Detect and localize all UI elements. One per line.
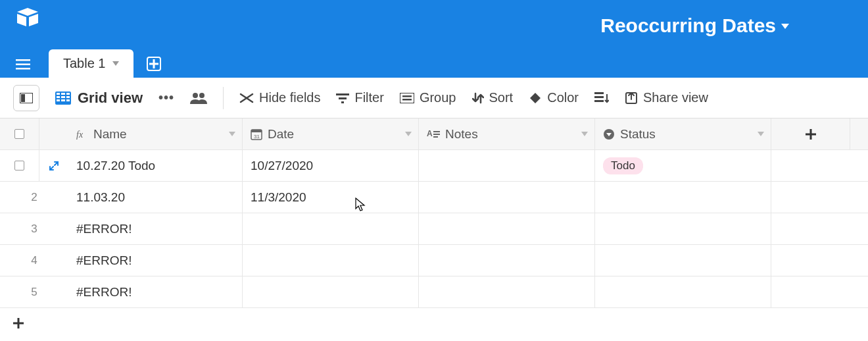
base-name[interactable]: Reoccurring Dates [600,14,776,37]
svg-rect-25 [402,99,412,101]
cell-notes[interactable] [419,213,595,244]
table-row[interactable]: 4 #ERROR! [0,245,868,276]
share-view-button[interactable]: Share view [625,90,708,105]
cell-name[interactable]: 11.03.20 [68,182,243,213]
cell-value: 11.03.20 [76,190,125,205]
base-name-dropdown-icon[interactable] [781,24,789,29]
row-number[interactable]: 3 [0,213,68,244]
table-row[interactable]: 3 #ERROR! [0,213,868,245]
svg-marker-7 [112,61,119,66]
status-tag: Todo [603,157,643,174]
grid-view-icon [55,92,71,105]
column-header-date[interactable]: 31 Date [243,118,419,149]
cell-notes[interactable] [419,182,595,213]
column-header-name[interactable]: fx Name [68,118,243,149]
table-row[interactable]: 10.27.20 Todo 10/27/2020 Todo [0,150,868,182]
view-name-button[interactable]: Grid view [55,90,143,107]
share-icon [625,92,638,105]
tab-table-1[interactable]: Table 1 [49,49,133,78]
table-tab-bar: Table 1 [0,47,868,78]
table-row[interactable]: 5 #ERROR! [0,276,868,308]
cell-name[interactable]: 10.27.20 Todo [68,150,243,181]
svg-rect-45 [806,133,816,135]
column-dropdown-icon[interactable] [758,132,764,136]
cell-date[interactable] [243,245,419,276]
hamburger-menu-icon[interactable] [16,59,30,70]
svg-rect-15 [57,99,70,101]
svg-rect-13 [57,93,70,95]
svg-rect-4 [16,59,30,61]
cell-status[interactable]: Todo [595,150,771,181]
cell-status[interactable] [595,245,771,276]
toolbar-separator [223,87,224,109]
svg-point-18 [193,93,198,98]
cell-status[interactable] [595,276,771,307]
row-height-button[interactable] [594,92,609,104]
svg-rect-21 [339,97,347,99]
cell-status[interactable] [595,213,771,244]
svg-text:fx: fx [76,130,84,140]
select-all-cell[interactable] [0,118,39,149]
expand-icon [49,161,59,171]
row-number[interactable]: 4 [0,245,68,276]
expand-record-button[interactable] [39,150,68,181]
date-field-icon: 31 [251,128,262,140]
cell-notes[interactable] [419,150,595,181]
cell-name[interactable]: #ERROR! [68,213,243,244]
svg-rect-27 [594,96,604,98]
svg-rect-47 [13,323,24,325]
column-header-status[interactable]: Status [595,118,771,149]
color-button[interactable]: Color [529,90,579,105]
cell-notes[interactable] [419,245,595,276]
svg-rect-38 [433,134,440,135]
app-header: Reoccurring Dates [0,0,868,47]
row-select-cell[interactable] [0,150,39,181]
svg-rect-16 [60,93,61,103]
toggle-sidebar-button[interactable] [13,85,39,111]
eye-off-icon [239,93,254,103]
cell-name[interactable]: #ERROR! [68,245,243,276]
hide-fields-label: Hide fields [259,90,320,105]
svg-rect-23 [400,93,414,103]
cell-date[interactable] [243,213,419,244]
hide-fields-button[interactable]: Hide fields [239,90,320,105]
add-column-button[interactable] [771,118,850,149]
checkbox-icon [14,129,24,139]
svg-rect-24 [402,95,412,97]
filter-button[interactable]: Filter [336,90,383,105]
cell-status[interactable] [595,182,771,213]
view-name-label: Grid view [78,90,143,107]
checkbox-icon [14,161,24,170]
cell-value: #ERROR! [76,253,132,268]
add-row-button[interactable] [0,308,868,338]
cell-date[interactable] [243,276,419,307]
svg-marker-31 [229,132,235,136]
cell-name[interactable]: #ERROR! [68,276,243,307]
svg-text:A: A [427,130,433,138]
column-dropdown-icon[interactable] [405,132,412,136]
view-more-icon[interactable]: ••• [158,90,174,105]
sort-button[interactable]: Sort [472,90,514,105]
column-dropdown-icon[interactable] [229,132,235,136]
cell-date[interactable]: 11/3/2020 [243,182,419,213]
table-row[interactable]: 2 11.03.20 11/3/2020 [0,182,868,213]
row-number[interactable]: 2 [0,182,68,213]
svg-rect-11 [21,94,25,102]
cell-value: 10.27.20 Todo [76,159,155,173]
tab-dropdown-icon[interactable] [112,61,119,66]
add-table-button[interactable] [147,57,161,71]
collaborators-icon[interactable] [190,92,207,104]
svg-rect-14 [57,96,70,98]
formula-field-icon: fx [76,128,88,140]
row-number[interactable]: 5 [0,276,68,307]
filter-icon [336,93,349,103]
group-button[interactable]: Group [400,90,456,105]
column-header-notes[interactable]: A Notes [419,118,595,149]
cell-date[interactable]: 10/27/2020 [243,150,419,181]
column-status-label: Status [620,127,656,142]
column-dropdown-icon[interactable] [581,132,588,136]
svg-rect-33 [251,130,262,132]
row-number-label: 4 [31,254,37,267]
column-date-label: Date [268,127,294,142]
cell-notes[interactable] [419,276,595,307]
